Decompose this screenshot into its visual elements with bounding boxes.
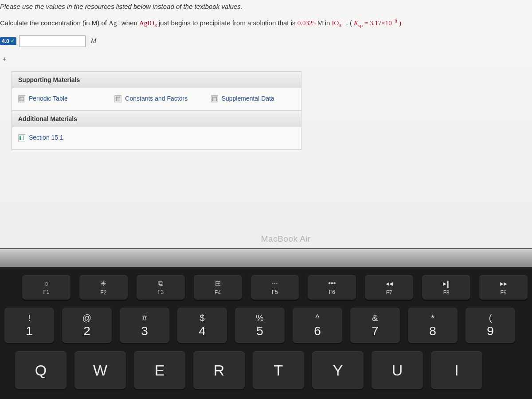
additional-header: Additional Materials xyxy=(12,110,301,127)
key-f3[interactable]: ⧉F3 xyxy=(137,275,185,300)
link-constants[interactable]: Constants and Factors xyxy=(108,88,204,110)
key-label: F2 xyxy=(100,289,106,296)
link-periodic-table[interactable]: Periodic Table xyxy=(12,88,108,110)
q-mid1: when xyxy=(121,19,139,27)
supporting-header: Supporting Materials xyxy=(12,72,301,88)
answer-unit: M xyxy=(91,37,97,45)
key-y[interactable]: Y xyxy=(312,351,364,389)
q-ksp-label: K xyxy=(354,20,358,27)
key-num: 3 xyxy=(141,324,148,338)
key-f4[interactable]: ⊞F4 xyxy=(194,275,242,300)
key-num: 7 xyxy=(372,324,379,338)
key-e[interactable]: E xyxy=(134,351,185,389)
link-supplemental[interactable]: Supplemental Data xyxy=(205,88,301,110)
key-4[interactable]: $4 xyxy=(177,308,227,343)
q-species1: Ag xyxy=(109,20,117,27)
key-f8[interactable]: ▸‖F8 xyxy=(422,275,470,300)
fn-row: ☼F1 ☀F2 ⧉F3 ⊞F4 ···F5 •••F6 ◂◂F7 ▸‖F8 ▸▸… xyxy=(4,275,528,300)
q-mid2: just begins to precipitate from a soluti… xyxy=(159,19,297,27)
key-9[interactable]: (9 xyxy=(466,308,515,343)
q-ion-sup: − xyxy=(341,18,344,23)
key-f7[interactable]: ◂◂F7 xyxy=(365,275,413,300)
key-8[interactable]: *8 xyxy=(408,308,458,343)
keyboard: ☼F1 ☀F2 ⧉F3 ⊞F4 ···F5 •••F6 ◂◂F7 ▸‖F8 ▸▸… xyxy=(0,267,532,399)
key-f6[interactable]: •••F6 xyxy=(308,275,356,300)
q-compound-sub: 3 xyxy=(154,23,157,28)
keyboard-dim-icon: ··· xyxy=(272,279,278,287)
laptop-bezel xyxy=(0,248,532,267)
q-ksp-exp: −8 xyxy=(392,18,397,23)
key-u[interactable]: U xyxy=(372,351,423,389)
book-icon xyxy=(18,134,25,141)
link-constants-label: Constants and Factors xyxy=(125,94,188,102)
key-f2[interactable]: ☀F2 xyxy=(79,275,128,300)
key-3[interactable]: #3 xyxy=(120,308,169,343)
key-f9[interactable]: ▸▸F9 xyxy=(479,275,528,300)
key-sym: ^ xyxy=(315,313,319,323)
key-w[interactable]: W xyxy=(74,351,126,389)
brightness-down-icon: ☼ xyxy=(43,279,50,287)
q-prefix: Calculate the concentration (in M) of xyxy=(0,19,109,27)
check-icon: ✔ xyxy=(11,38,15,44)
mission-control-icon: ⧉ xyxy=(158,279,163,287)
letter-row: Q W E R T Y U I xyxy=(4,351,528,389)
additional-row: Section 15.1 xyxy=(12,127,301,149)
key-num: 5 xyxy=(256,324,263,338)
supporting-materials-panel: Supporting Materials Periodic Table Cons… xyxy=(12,71,301,150)
key-label: F5 xyxy=(272,289,278,295)
key-2[interactable]: @2 xyxy=(62,308,112,343)
rewind-icon: ◂◂ xyxy=(386,279,393,288)
q-species1-sup: + xyxy=(117,18,119,23)
key-sym: % xyxy=(256,313,264,323)
question-text: Calculate the concentration (in M) of Ag… xyxy=(0,16,529,35)
key-sym: * xyxy=(431,313,434,323)
key-label: F7 xyxy=(386,289,392,296)
key-5[interactable]: %5 xyxy=(235,308,285,343)
key-f5[interactable]: ···F5 xyxy=(251,275,299,300)
q-conc: 0.0325 xyxy=(297,20,316,27)
brightness-up-icon: ☀ xyxy=(100,279,106,288)
key-7[interactable]: &7 xyxy=(350,308,400,343)
q-end: ) xyxy=(399,20,401,27)
key-sym: # xyxy=(142,313,147,323)
key-sym: ( xyxy=(489,313,492,323)
score-badge: 4.0 ✔ xyxy=(0,37,16,45)
key-num: 9 xyxy=(487,324,494,338)
key-q[interactable]: Q xyxy=(15,351,66,389)
link-section-15-1[interactable]: Section 15.1 xyxy=(12,127,301,149)
key-label: F8 xyxy=(443,289,450,296)
supporting-row: Periodic Table Constants and Factors Sup… xyxy=(12,88,301,110)
key-label: F4 xyxy=(215,289,221,296)
key-num: 1 xyxy=(26,324,33,338)
key-r[interactable]: R xyxy=(193,351,245,389)
key-num: 4 xyxy=(199,324,206,338)
key-6[interactable]: ^6 xyxy=(293,308,342,343)
key-f1[interactable]: ☼F1 xyxy=(22,275,70,300)
instruction-text: Please use the values in the resources l… xyxy=(0,0,529,16)
table-icon xyxy=(211,95,218,102)
score-value: 4.0 xyxy=(2,38,9,44)
link-section-label: Section 15.1 xyxy=(29,133,63,141)
key-t[interactable]: T xyxy=(253,351,304,389)
link-periodic-table-label: Periodic Table xyxy=(29,94,68,102)
table-icon xyxy=(18,95,25,102)
key-num: 2 xyxy=(83,324,90,338)
forward-icon: ▸▸ xyxy=(500,279,507,288)
key-sym: $ xyxy=(200,313,204,323)
keyboard-bright-icon: ••• xyxy=(328,279,336,287)
key-label: F3 xyxy=(157,289,164,295)
expand-icon[interactable]: + xyxy=(3,55,7,63)
key-num: 8 xyxy=(429,324,436,338)
key-sym: @ xyxy=(82,313,91,323)
key-1[interactable]: !1 xyxy=(4,308,54,343)
answer-input[interactable] xyxy=(19,35,86,47)
screen-content: Please use the values in the resources l… xyxy=(0,0,532,248)
q-ksp-eq: = 3.17×10 xyxy=(363,20,392,27)
macbook-label: MacBook Air xyxy=(261,234,311,244)
key-i[interactable]: I xyxy=(431,351,482,389)
key-sym: & xyxy=(372,313,378,323)
key-num: 6 xyxy=(314,324,321,338)
launchpad-icon: ⊞ xyxy=(215,279,221,288)
q-mid3: . ( xyxy=(346,19,352,27)
key-label: F6 xyxy=(329,289,335,295)
